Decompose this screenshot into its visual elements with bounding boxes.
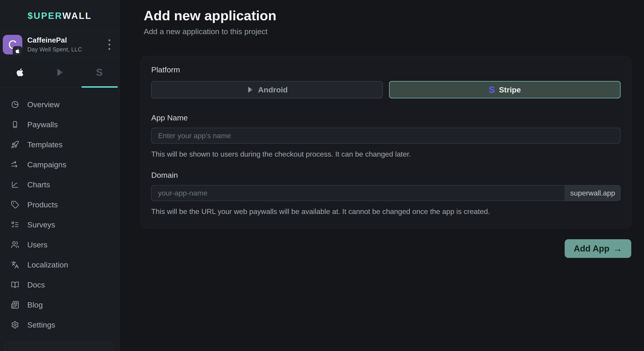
sidebar-item-label: Campaigns bbox=[27, 160, 66, 169]
project-name: CaffeinePal bbox=[27, 36, 105, 44]
sidebar-item-surveys[interactable]: Surveys bbox=[0, 215, 120, 235]
sidebar-item-users[interactable]: Users bbox=[0, 235, 120, 255]
domain-input-group: superwall.app bbox=[151, 185, 620, 201]
sidebar-item-label: Paywalls bbox=[27, 120, 58, 129]
sidebar-item-label: Charts bbox=[27, 180, 50, 189]
project-company: Day Well Spent, LLC bbox=[27, 46, 105, 53]
google-play-icon bbox=[246, 86, 254, 94]
sidebar-item-label: Blog bbox=[27, 300, 43, 309]
app-name-input[interactable] bbox=[151, 128, 620, 144]
submit-row: Add App → bbox=[140, 239, 631, 258]
app-avatar: C bbox=[3, 35, 22, 54]
arrow-right-icon: → bbox=[613, 244, 622, 254]
sidebar-item-label: Users bbox=[27, 240, 48, 249]
superwall-logo: $UPERWALL bbox=[28, 11, 92, 21]
page-subtitle: Add a new application to this project bbox=[144, 27, 631, 36]
google-play-icon bbox=[55, 68, 64, 77]
project-meta: CaffeinePal Day Well Spent, LLC bbox=[27, 36, 105, 53]
domain-input[interactable] bbox=[152, 186, 565, 201]
sidebar-item-label: Settings bbox=[27, 320, 55, 329]
stripe-icon: S bbox=[489, 85, 495, 95]
join-discord-button[interactable]: Join Our Discord bbox=[4, 342, 113, 351]
chart-line-icon bbox=[11, 181, 19, 189]
sidebar-item-label: Templates bbox=[27, 140, 62, 149]
apple-platform-badge bbox=[13, 46, 22, 56]
add-application-card: Platform Android S Stripe App Name This … bbox=[140, 56, 631, 228]
stripe-label: Stripe bbox=[499, 85, 521, 94]
sidebar-item-paywalls[interactable]: Paywalls bbox=[0, 115, 120, 135]
platform-stripe-button[interactable]: S Stripe bbox=[389, 81, 620, 98]
tab-stripe[interactable]: S bbox=[80, 57, 120, 87]
sidebar-item-label: Overview bbox=[27, 100, 60, 109]
sidebar-item-docs[interactable]: Docs bbox=[0, 275, 120, 295]
apple-icon bbox=[14, 48, 20, 54]
sidebar-item-campaigns[interactable]: Campaigns bbox=[0, 155, 120, 175]
sidebar: $UPERWALL C CaffeinePal Day Well Spent, … bbox=[0, 0, 120, 351]
app-name-label: App Name bbox=[151, 113, 620, 122]
project-menu-button[interactable] bbox=[105, 39, 114, 50]
main-content: Add new application Add a new applicatio… bbox=[120, 0, 644, 258]
rocket-icon bbox=[11, 140, 19, 149]
list-checks-icon bbox=[11, 221, 19, 229]
smartphone-icon bbox=[11, 120, 19, 129]
active-tab-indicator bbox=[82, 86, 118, 88]
platform-tabs: S bbox=[0, 57, 120, 88]
split-arrows-icon bbox=[11, 160, 19, 169]
domain-help: This will be the URL your web paywalls w… bbox=[151, 207, 620, 216]
gear-icon bbox=[11, 321, 19, 329]
logo-teal-part: $UPER bbox=[28, 11, 62, 21]
apple-icon bbox=[15, 67, 25, 78]
tab-apple[interactable] bbox=[0, 57, 40, 87]
sidebar-item-label: Products bbox=[27, 200, 58, 209]
sidebar-item-products[interactable]: Products bbox=[0, 195, 120, 215]
logo-header: $UPERWALL bbox=[0, 0, 120, 32]
gauge-icon bbox=[11, 100, 19, 109]
sidebar-item-settings[interactable]: Settings bbox=[0, 315, 120, 335]
android-label: Android bbox=[258, 85, 288, 94]
platform-android-button[interactable]: Android bbox=[151, 81, 383, 98]
add-app-button-label: Add App bbox=[574, 244, 610, 254]
sidebar-item-label: Docs bbox=[27, 280, 45, 289]
tab-google-play[interactable] bbox=[40, 57, 80, 87]
users-icon bbox=[11, 241, 19, 249]
sidebar-item-label: Surveys bbox=[27, 220, 55, 229]
stripe-icon: S bbox=[96, 67, 103, 78]
domain-suffix: superwall.app bbox=[565, 186, 620, 201]
logo-white-part: WALL bbox=[62, 11, 92, 21]
platform-label: Platform bbox=[151, 65, 620, 74]
sidebar-item-overview[interactable]: Overview bbox=[0, 95, 120, 115]
sidebar-item-charts[interactable]: Charts bbox=[0, 175, 120, 195]
newspaper-icon bbox=[11, 301, 19, 309]
app-name-help: This will be shown to users during the c… bbox=[151, 150, 620, 158]
add-app-button[interactable]: Add App → bbox=[565, 239, 631, 258]
page-title: Add new application bbox=[144, 8, 631, 24]
sidebar-item-localization[interactable]: Localization bbox=[0, 255, 120, 275]
sidebar-item-templates[interactable]: Templates bbox=[0, 135, 120, 155]
book-open-icon bbox=[11, 281, 19, 289]
sidebar-nav: Overview Paywalls Templates Campaigns bbox=[0, 88, 120, 335]
platform-options: Android S Stripe bbox=[151, 81, 620, 98]
tag-icon bbox=[11, 201, 19, 209]
project-switcher[interactable]: C CaffeinePal Day Well Spent, LLC bbox=[0, 32, 120, 57]
sidebar-item-label: Localization bbox=[27, 260, 68, 269]
sidebar-item-blog[interactable]: Blog bbox=[0, 295, 120, 315]
domain-label: Domain bbox=[151, 171, 620, 180]
languages-icon bbox=[11, 261, 19, 269]
